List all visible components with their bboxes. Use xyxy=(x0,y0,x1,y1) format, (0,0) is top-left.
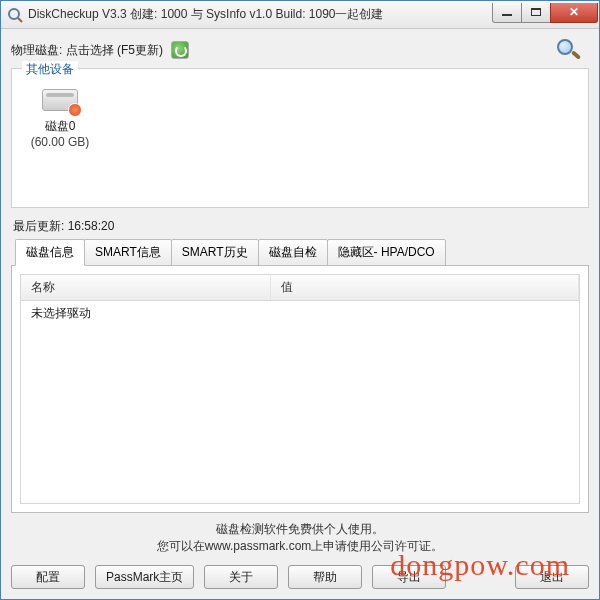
devices-group: 其他设备 磁盘0 (60.00 GB) xyxy=(11,68,589,208)
tab-smart-history[interactable]: SMART历史 xyxy=(171,239,259,266)
window-controls: ✕ xyxy=(493,3,599,23)
disk-item[interactable]: 磁盘0 (60.00 GB) xyxy=(20,85,100,150)
svg-line-1 xyxy=(18,18,22,22)
empty-row: 未选择驱动 xyxy=(31,305,569,322)
window-title: DiskCheckup V3.3 创建: 1000 与 SysInfo v1.0… xyxy=(28,6,493,23)
export-button[interactable]: 导出 xyxy=(372,565,446,589)
tab-disk-info[interactable]: 磁盘信息 xyxy=(15,239,85,266)
titlebar[interactable]: DiskCheckup V3.3 创建: 1000 与 SysInfo v1.0… xyxy=(1,1,599,29)
toolbar-row: 物理磁盘: 点击选择 (F5更新) xyxy=(11,37,589,63)
listview[interactable]: 名称 值 未选择驱动 xyxy=(20,274,580,504)
disk-icon xyxy=(40,85,80,115)
tab-panel: 名称 值 未选择驱动 xyxy=(11,265,589,513)
app-icon xyxy=(7,7,23,23)
listview-body: 未选择驱动 xyxy=(21,301,579,326)
tab-selfcheck[interactable]: 磁盘自检 xyxy=(258,239,328,266)
devices-group-title: 其他设备 xyxy=(22,61,78,78)
svg-point-0 xyxy=(9,9,19,19)
maximize-button[interactable] xyxy=(521,3,551,23)
disk-name: 磁盘0 xyxy=(20,119,100,135)
app-window: DiskCheckup V3.3 创建: 1000 与 SysInfo v1.0… xyxy=(0,0,600,600)
passmark-button[interactable]: PassMark主页 xyxy=(95,565,194,589)
exit-button[interactable]: 退出 xyxy=(515,565,589,589)
close-button[interactable]: ✕ xyxy=(550,3,598,23)
tab-smart-info[interactable]: SMART信息 xyxy=(84,239,172,266)
tab-bar: 磁盘信息 SMART信息 SMART历史 磁盘自检 隐藏区- HPA/DCO xyxy=(11,239,589,266)
refresh-icon[interactable] xyxy=(171,41,189,59)
config-button[interactable]: 配置 xyxy=(11,565,85,589)
footer-text: 磁盘检测软件免费供个人使用。 您可以在www.passmark.com上申请使用… xyxy=(11,521,589,555)
column-value[interactable]: 值 xyxy=(271,275,579,300)
column-name[interactable]: 名称 xyxy=(21,275,271,300)
search-icon[interactable] xyxy=(553,37,585,63)
button-row: 配置 PassMark主页 关于 帮助 导出 退出 xyxy=(11,565,589,589)
last-update: 最后更新: 16:58:20 xyxy=(13,218,589,235)
about-button[interactable]: 关于 xyxy=(204,565,278,589)
content-area: 物理磁盘: 点击选择 (F5更新) 其他设备 磁盘0 (60.00 GB) 最后… xyxy=(1,29,599,599)
disk-size: (60.00 GB) xyxy=(20,135,100,151)
listview-header: 名称 值 xyxy=(21,275,579,301)
minimize-button[interactable] xyxy=(492,3,522,23)
help-button[interactable]: 帮助 xyxy=(288,565,362,589)
tab-hpa-dco[interactable]: 隐藏区- HPA/DCO xyxy=(327,239,446,266)
physical-disk-label: 物理磁盘: 点击选择 (F5更新) xyxy=(11,42,163,59)
